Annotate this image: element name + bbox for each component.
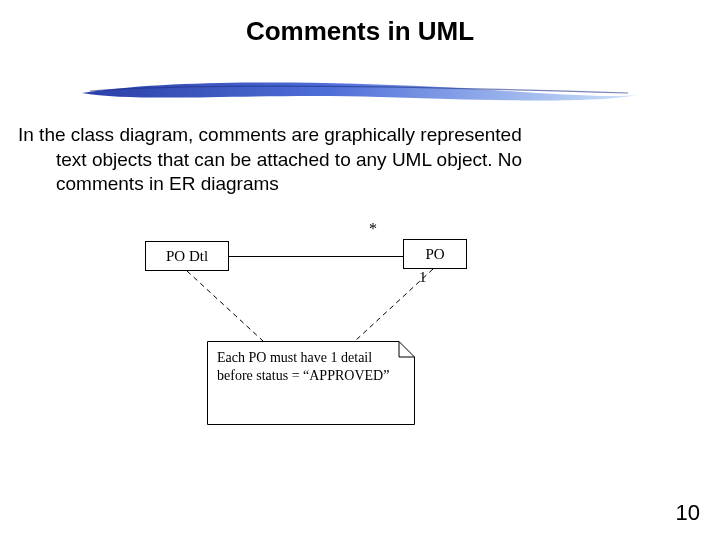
page-number: 10 [676, 500, 700, 526]
brush-underline-icon [80, 75, 640, 105]
uml-diagram: PO Dtl PO * 1 Each PO must have 1 detail… [145, 225, 575, 445]
body-line: text objects that can be attached to any… [18, 148, 700, 173]
body-line: comments in ER diagrams [18, 172, 700, 197]
svg-line-1 [355, 269, 433, 341]
body-line: In the class diagram, comments are graph… [18, 124, 522, 145]
slide-title: Comments in UML [0, 0, 720, 47]
uml-note: Each PO must have 1 detail before status… [207, 341, 415, 425]
svg-line-0 [187, 271, 263, 341]
uml-note-text: Each PO must have 1 detail before status… [207, 341, 415, 425]
body-paragraph: In the class diagram, comments are graph… [0, 105, 720, 197]
